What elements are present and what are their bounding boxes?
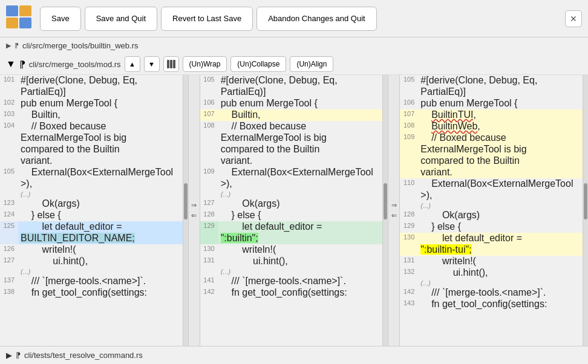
filepath-label-3: cli/tests/test_resolve_command.rs: [24, 351, 143, 360]
omit-line: (...): [400, 201, 583, 210]
table-row: 105 #[derive(Clone, Debug, Eq,: [400, 75, 583, 86]
table-row: 101 #[derive(Clone, Debug, Eq,: [0, 75, 183, 86]
filepath-row-3: ▶ ⁋ cli/tests/test_resolve_command.rs: [0, 346, 588, 364]
inter-pane-arrows-left: ⇒ ⇐: [188, 75, 200, 346]
save-quit-button[interactable]: Save and Quit: [85, 7, 157, 31]
inter-pane-arrows-right: ⇒ ⇐: [388, 75, 400, 346]
arrow-right-1[interactable]: ⇒: [191, 201, 197, 209]
table-row: BUILTIN_EDITOR_NAME;: [0, 233, 183, 244]
table-row: ":builtin";: [200, 233, 383, 244]
table-row: 110 External(Box<ExternalMergeTool: [400, 178, 583, 190]
table-row: 132 ui.hint(),: [400, 267, 583, 279]
expand-arrow-1[interactable]: ▶: [6, 42, 11, 50]
revert-button[interactable]: Revert to Last Save: [161, 7, 253, 31]
diff-pane-right: 105 #[derive(Clone, Debug, Eq, PartialEq…: [400, 75, 583, 346]
table-row: PartialEq)]: [0, 86, 183, 98]
table-row: 131 writeln!(: [400, 256, 583, 267]
table-row: 128 Ok(args): [400, 210, 583, 221]
table-row: 141 /// `[merge-tools.<name>]`.: [200, 276, 383, 287]
omit-line: (...): [400, 279, 583, 287]
table-row: ExternalMergeTool is big: [400, 144, 583, 155]
omit-line: (...): [0, 267, 183, 276]
diff-scroll-left[interactable]: 101 #[derive(Clone, Debug, Eq, PartialEq…: [0, 75, 183, 346]
table-row: 142 fn get_tool_config(settings:: [200, 287, 383, 299]
right-scrollbar[interactable]: [583, 75, 588, 346]
main-content: ▶ ⁋ cli/src/merge_tools/builtin_web.rs ▼…: [0, 37, 588, 364]
table-row: PartialEq)]: [200, 86, 383, 98]
table-row: 102 pub enum MergeTool {: [0, 98, 183, 109]
left-scrollbar[interactable]: [183, 75, 188, 346]
middle-scrollbar-thumb: [384, 183, 387, 219]
omit-line: (...): [0, 190, 183, 198]
table-row: 107 Builtin,: [200, 109, 383, 121]
left-scrollbar-thumb: [184, 183, 188, 219]
columns-view-button[interactable]: [163, 56, 179, 72]
unalign-button[interactable]: (Un)Align: [290, 56, 333, 72]
filepath-label-1: cli/src/merge_tools/builtin_web.rs: [22, 41, 138, 50]
table-row: 109 // Boxed because: [400, 132, 583, 144]
table-row: 105 External(Box<ExternalMergeTool: [0, 167, 183, 178]
filepath-label-2: cli/src/merge_tools/mod.rs: [29, 60, 121, 69]
table-row: 108 // Boxed because: [200, 121, 383, 132]
table-row: 106 pub enum MergeTool {: [400, 98, 583, 109]
table-row: 128 } else {: [200, 210, 383, 221]
table-row: variant.: [200, 155, 383, 167]
table-row: 107 BuiltinTUI,: [400, 109, 583, 121]
table-row: 109 External(Box<ExternalMergeTool: [200, 167, 383, 178]
diff-pane-middle: 105 #[derive(Clone, Debug, Eq, PartialEq…: [200, 75, 384, 346]
table-row: 126 writeln!(: [0, 244, 183, 256]
app-icon: [6, 5, 33, 32]
table-row: 129 } else {: [400, 221, 583, 233]
diff-pane-left: 101 #[derive(Clone, Debug, Eq, PartialEq…: [0, 75, 183, 346]
close-button[interactable]: ✕: [565, 10, 582, 27]
nav-down-button[interactable]: ▼: [144, 56, 160, 72]
right-scrollbar-thumb: [584, 183, 587, 219]
table-row: 129 let default_editor =: [200, 221, 383, 233]
omit-line: (...): [200, 190, 383, 198]
table-row: 131 ui.hint(),: [200, 256, 383, 267]
table-row: variant.: [400, 167, 583, 178]
table-row: ExternalMergeTool is big: [200, 132, 383, 144]
table-row: 137 /// `[merge-tools.<name>]`.: [0, 276, 183, 287]
filepath-row-1: ▶ ⁋ cli/src/merge_tools/builtin_web.rs: [0, 37, 588, 54]
omit-line: (...): [200, 267, 383, 276]
table-row: 106 pub enum MergeTool {: [200, 98, 383, 109]
filepath-controls-row: ▼ ⁋ cli/src/merge_tools/mod.rs ▲ ▼ (Un)W…: [0, 54, 588, 75]
table-row: 127 ui.hint(),: [0, 256, 183, 267]
diff-scroll-middle[interactable]: 105 #[derive(Clone, Debug, Eq, PartialEq…: [200, 75, 383, 346]
save-button[interactable]: Save: [40, 7, 81, 31]
arrow-left-1[interactable]: ⇐: [191, 212, 197, 219]
table-row: 130 let default_editor =: [400, 233, 583, 244]
nav-up-button[interactable]: ▲: [125, 56, 140, 72]
pin-icon-3: ⁋: [16, 351, 21, 360]
table-row: 108 BuiltinWeb,: [400, 121, 583, 132]
uncollapse-button[interactable]: (Un)Collapse: [230, 56, 286, 72]
abandon-button[interactable]: Abandon Changes and Quit: [256, 7, 376, 31]
expand-arrow-3[interactable]: ▶: [6, 351, 12, 360]
diff-area: 101 #[derive(Clone, Debug, Eq, PartialEq…: [0, 75, 588, 346]
table-row: PartialEq)]: [400, 86, 583, 98]
columns-icon: [167, 60, 175, 68]
arrow-left-2[interactable]: ⇐: [391, 212, 397, 219]
table-row: 142 /// `[merge-tools.<name>]`.: [400, 287, 583, 299]
table-row: 130 writeln!(: [200, 244, 383, 256]
table-row: 127 Ok(args): [200, 198, 383, 210]
pin-icon-1: ⁋: [15, 42, 19, 50]
table-row: 103 Builtin,: [0, 109, 183, 121]
table-row: >),: [400, 190, 583, 201]
table-row: 123 Ok(args): [0, 198, 183, 210]
table-row: 138 fn get_tool_config(settings:: [0, 287, 183, 299]
toolbar: Save Save and Quit Revert to Last Save A…: [0, 0, 588, 37]
middle-scrollbar[interactable]: [383, 75, 388, 346]
arrow-right-2[interactable]: ⇒: [391, 201, 397, 209]
table-row: compared to the Builtin: [0, 144, 183, 155]
unwrap-button[interactable]: (Un)Wrap: [183, 56, 227, 72]
expand-arrow-2[interactable]: ▼: [6, 59, 16, 70]
pin-icon-2: ⁋: [19, 59, 25, 70]
table-row: 143 fn get_tool_config(settings:: [400, 299, 583, 310]
diff-scroll-right[interactable]: 105 #[derive(Clone, Debug, Eq, PartialEq…: [400, 75, 583, 346]
table-row: ExternalMergeTool is big: [0, 132, 183, 144]
table-row: 105 #[derive(Clone, Debug, Eq,: [200, 75, 383, 86]
table-row: compared to the Builtin: [400, 155, 583, 167]
table-row: variant.: [0, 155, 183, 167]
